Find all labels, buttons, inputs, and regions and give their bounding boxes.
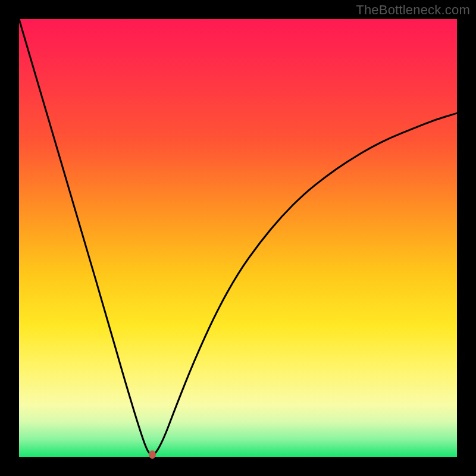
chart-frame: TheBottleneck.com <box>0 0 476 476</box>
watermark-text: TheBottleneck.com <box>356 2 470 18</box>
plot-area <box>19 19 457 457</box>
bottleneck-curve <box>19 19 457 457</box>
minimum-marker <box>149 450 156 459</box>
curve-path <box>19 19 457 455</box>
